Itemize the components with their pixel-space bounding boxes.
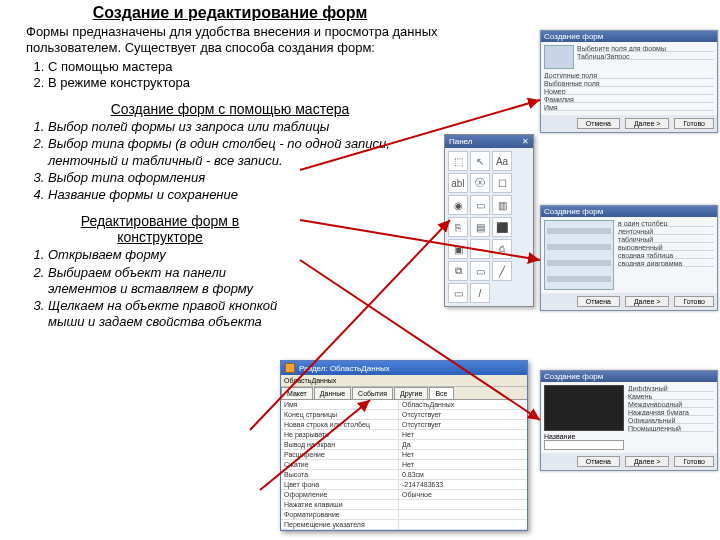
tab-other[interactable]: Другие bbox=[394, 387, 428, 399]
prop-value[interactable]: Да bbox=[399, 440, 527, 449]
prop-value[interactable]: Отсутствует bbox=[399, 410, 527, 419]
tool-icon[interactable]: ↖ bbox=[470, 151, 490, 171]
dialog-line: Диффузный bbox=[628, 385, 714, 392]
finish-button[interactable]: Готово bbox=[674, 296, 714, 307]
wizard-step: Выбор типа оформления bbox=[48, 170, 440, 186]
dialog-line: Промышленный bbox=[628, 425, 714, 432]
dialog-line: Камень bbox=[628, 393, 714, 400]
cancel-button[interactable]: Отмена bbox=[577, 296, 620, 307]
prop-value[interactable]: Отсутствует bbox=[399, 420, 527, 429]
prop-key: Перемещение указателя bbox=[281, 520, 399, 529]
tool-icon[interactable]: abl bbox=[448, 173, 468, 193]
tab-data[interactable]: Данные bbox=[314, 387, 351, 399]
wizard-dialog-fields[interactable]: Создание форм Выберите поля для формы Та… bbox=[540, 30, 718, 133]
tool-icon[interactable]: ▤ bbox=[470, 217, 490, 237]
prop-value[interactable] bbox=[399, 500, 527, 509]
editor-step: Открываем форму bbox=[48, 247, 280, 263]
cancel-button[interactable]: Отмена bbox=[577, 118, 620, 129]
toolbox-panel[interactable]: Панел ✕ ⬚ ↖ Aa abl ⓧ ☐ ◉ ▭ ▥ ⎘ ▤ ⬛ ▣ ⎓ ⎙… bbox=[444, 134, 534, 307]
app-icon bbox=[285, 363, 295, 373]
dialog-line: Доступные поля bbox=[544, 72, 714, 79]
dialog-line: Официальный bbox=[628, 417, 714, 424]
dialog-title: Создание форм bbox=[541, 206, 717, 217]
page-title: Создание и редактирование форм bbox=[20, 4, 440, 22]
prop-value[interactable]: Обычное bbox=[399, 490, 527, 499]
dialog-line: Выберите поля для формы bbox=[577, 45, 714, 52]
prop-key: Высота bbox=[281, 470, 399, 479]
prop-value[interactable]: 0.83см bbox=[399, 470, 527, 479]
tool-icon[interactable]: ⎓ bbox=[470, 239, 490, 259]
tool-icon[interactable]: ╱ bbox=[492, 261, 512, 281]
tab-events[interactable]: События bbox=[352, 387, 393, 399]
prop-key: Сжатие bbox=[281, 460, 399, 469]
dialog-line: ленточный bbox=[618, 228, 714, 235]
prop-value[interactable]: ОбластьДанных bbox=[399, 400, 527, 409]
property-grid[interactable]: ИмяОбластьДанных Конец страницыОтсутству… bbox=[281, 399, 527, 530]
tool-icon[interactable]: ⎙ bbox=[492, 239, 512, 259]
tool-icon[interactable]: ▭ bbox=[470, 195, 490, 215]
dialog-line: Имя bbox=[544, 104, 714, 111]
wizard-dialog-style[interactable]: Создание форм Название Диффузный Камень … bbox=[540, 370, 718, 471]
dialog-line: Наждачная бумага bbox=[628, 409, 714, 416]
dialog-line: Фамилия bbox=[544, 96, 714, 103]
dialog-line: Выбранные поля bbox=[544, 80, 714, 87]
object-selector[interactable]: ОбластьДанных bbox=[281, 375, 527, 387]
tool-icon[interactable]: ⓧ bbox=[470, 173, 490, 193]
window-title: Раздел: ОбластьДанных bbox=[299, 364, 390, 373]
tool-icon[interactable]: ⧉ bbox=[448, 261, 468, 281]
dialog-line: Международный bbox=[628, 401, 714, 408]
tool-icon[interactable]: Aa bbox=[492, 151, 512, 171]
tool-icon[interactable]: ⬛ bbox=[492, 217, 512, 237]
prop-key: Конец страницы bbox=[281, 410, 399, 419]
wizard-step: Выбор полей формы из запроса или таблицы bbox=[48, 119, 440, 135]
prop-value[interactable]: -2147483633 bbox=[399, 480, 527, 489]
prop-key: Вывод на экран bbox=[281, 440, 399, 449]
tool-icon[interactable]: ▭ bbox=[470, 261, 490, 281]
next-button[interactable]: Далее > bbox=[625, 456, 670, 467]
finish-button[interactable]: Готово bbox=[674, 118, 714, 129]
dialog-title: Создание форм bbox=[541, 371, 717, 382]
tool-icon[interactable]: ⎘ bbox=[448, 217, 468, 237]
prop-key: Не разрывать bbox=[281, 430, 399, 439]
dialog-line: сводная диаграмма bbox=[618, 260, 714, 267]
next-button[interactable]: Далее > bbox=[625, 118, 670, 129]
wizard-step: Выбор типа формы (в один столбец - по од… bbox=[48, 136, 440, 169]
label-text: Название bbox=[544, 433, 624, 440]
dialog-line: выровненный bbox=[618, 244, 714, 251]
prop-key: Нажатие клавиши bbox=[281, 500, 399, 509]
dialog-line: Номер bbox=[544, 88, 714, 95]
editor-title: Редактирование форм в конструкторе bbox=[50, 213, 270, 245]
dialog-line: Таблица/Запрос bbox=[577, 53, 714, 60]
wizard-title: Создание форм с помощью мастера bbox=[20, 101, 440, 117]
prop-key: Имя bbox=[281, 400, 399, 409]
tool-icon[interactable]: / bbox=[470, 283, 490, 303]
wizard-step: Название формы и сохранение bbox=[48, 187, 440, 203]
tool-icon[interactable]: ▣ bbox=[448, 239, 468, 259]
tab-layout[interactable]: Макет bbox=[281, 387, 313, 399]
dialog-line: в один столбец bbox=[618, 220, 714, 227]
finish-button[interactable]: Готово bbox=[674, 456, 714, 467]
cancel-button[interactable]: Отмена bbox=[577, 456, 620, 467]
properties-window[interactable]: Раздел: ОбластьДанных ОбластьДанных Маке… bbox=[280, 360, 528, 531]
prop-value[interactable]: Нет bbox=[399, 450, 527, 459]
prop-key: Форматирование bbox=[281, 510, 399, 519]
prop-key: Оформление bbox=[281, 490, 399, 499]
tool-icon[interactable]: ⬚ bbox=[448, 151, 468, 171]
prop-key: Расширение bbox=[281, 450, 399, 459]
prop-value[interactable] bbox=[399, 520, 527, 529]
dialog-title: Создание форм bbox=[541, 31, 717, 42]
prop-value[interactable]: Нет bbox=[399, 430, 527, 439]
tab-all[interactable]: Все bbox=[429, 387, 453, 399]
tool-icon[interactable]: ☐ bbox=[492, 173, 512, 193]
close-icon[interactable]: ✕ bbox=[522, 137, 529, 146]
prop-value[interactable]: Нет bbox=[399, 460, 527, 469]
editor-step: Выбираем объект на панели элементов и вс… bbox=[48, 265, 280, 298]
method-item: С помощью мастера bbox=[48, 59, 440, 75]
tool-icon[interactable]: ▭ bbox=[448, 283, 468, 303]
next-button[interactable]: Далее > bbox=[625, 296, 670, 307]
tool-icon[interactable]: ◉ bbox=[448, 195, 468, 215]
wizard-dialog-layout[interactable]: Создание форм в один столбец ленточный т… bbox=[540, 205, 718, 311]
tool-icon[interactable]: ▥ bbox=[492, 195, 512, 215]
prop-key: Цвет фона bbox=[281, 480, 399, 489]
prop-value[interactable] bbox=[399, 510, 527, 519]
